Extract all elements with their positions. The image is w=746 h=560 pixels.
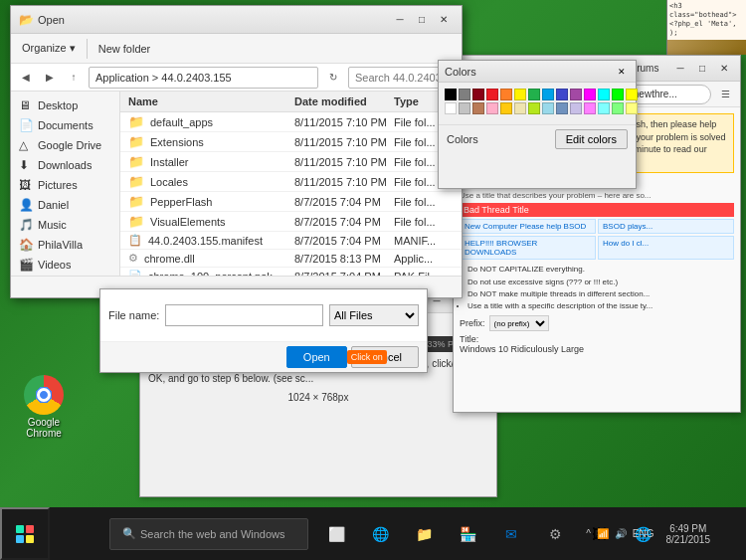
prefix-select[interactable]: (no prefix)	[489, 315, 549, 331]
new-folder-button[interactable]: New folder	[92, 37, 158, 61]
browser-close-button[interactable]: ✕	[714, 60, 734, 78]
browser-menu-button[interactable]: ☰	[714, 84, 736, 105]
color-swatch[interactable]	[528, 89, 540, 100]
show-desktop-button[interactable]	[718, 514, 738, 554]
up-button[interactable]: ↑	[63, 67, 85, 89]
colors-close-button[interactable]: ✕	[614, 65, 630, 79]
edit-colors-button[interactable]: Edit colors	[555, 129, 628, 149]
thumbnail-code: <h3 class="bothead"> <?php_el 'Meta', );	[667, 0, 746, 40]
user-icon: 👤	[19, 198, 33, 212]
sidebar-label-downloads: Downloads	[38, 159, 92, 171]
color-swatch[interactable]	[472, 89, 484, 100]
color-swatch[interactable]	[626, 102, 638, 114]
mail-button[interactable]: ✉	[491, 514, 531, 554]
color-swatch[interactable]	[514, 102, 526, 114]
table-row[interactable]: 📁Extensions 8/11/2015 7:10 PM File fol..…	[120, 132, 462, 152]
filename-input[interactable]	[165, 304, 323, 326]
browser-maximize-button[interactable]: □	[692, 60, 712, 78]
minimize-button[interactable]: ─	[390, 11, 410, 29]
sidebar-item-videos[interactable]: 🎬 Videos	[11, 255, 119, 275]
color-swatch[interactable]	[528, 102, 540, 114]
table-row[interactable]: 📁VisualElements 8/7/2015 7:04 PM File fo…	[120, 212, 462, 232]
color-swatch[interactable]	[570, 102, 582, 114]
chrome-icon-label: GoogleChrome	[26, 417, 62, 439]
color-swatch[interactable]	[445, 89, 457, 100]
colors-titlebar[interactable]: Colors ✕	[439, 61, 636, 83]
colors-label: Colors	[447, 133, 478, 145]
start-button[interactable]	[0, 507, 50, 560]
store-button[interactable]: 🏪	[448, 514, 487, 554]
rule-item: Use a title with a specific description …	[467, 300, 734, 311]
google-drive-icon: △	[19, 138, 33, 152]
table-row[interactable]: 📋44.0.2403.155.manifest 8/7/2015 7:04 PM…	[120, 232, 462, 250]
color-swatch[interactable]	[472, 102, 484, 114]
sidebar-item-daniel[interactable]: 👤 Daniel	[11, 195, 119, 215]
browser-minimize-button[interactable]: ─	[670, 60, 690, 78]
filetype-select[interactable]: All Files	[329, 304, 419, 326]
title-value: Windows 10 Ridiculously Large	[460, 344, 734, 354]
browser-window-controls: ─ □ ✕	[670, 60, 734, 78]
color-swatch[interactable]	[486, 89, 498, 100]
color-swatch[interactable]	[500, 89, 512, 100]
sidebar-item-philavilla[interactable]: 🏠 PhilaVilla	[11, 235, 119, 255]
file-explorer-taskbar-button[interactable]: 📁	[404, 514, 444, 554]
sidebar-item-desktop[interactable]: 🖥 Desktop	[11, 95, 119, 115]
table-row[interactable]: 📁PepperFlash 8/7/2015 7:04 PM File fol..…	[120, 192, 462, 212]
maximize-button[interactable]: □	[412, 11, 432, 29]
desktop-icon-sm: 🖥	[19, 98, 33, 112]
close-button[interactable]: ✕	[434, 11, 454, 29]
color-swatch[interactable]	[514, 89, 526, 100]
address-path[interactable]: Application > 44.0.2403.155	[89, 67, 318, 89]
table-row[interactable]: 📁default_apps 8/11/2015 7:10 PM File fol…	[120, 112, 462, 132]
color-swatch[interactable]	[584, 102, 596, 114]
task-view-button[interactable]: ⬜	[316, 514, 356, 554]
table-row[interactable]: ⚙chrome.dll 8/7/2015 8:13 PM Applic...	[120, 250, 462, 268]
sidebar-item-downloads[interactable]: ⬇ Downloads	[11, 155, 119, 175]
color-swatch[interactable]	[584, 89, 596, 100]
chrome-center	[37, 388, 51, 402]
color-swatch[interactable]	[445, 102, 457, 114]
color-swatch[interactable]	[626, 89, 638, 100]
color-swatch[interactable]	[500, 102, 512, 114]
color-swatch[interactable]	[459, 89, 470, 100]
sidebar-item-documents[interactable]: 📄 Documents	[11, 115, 119, 135]
pictures-icon: 🖼	[19, 178, 33, 192]
forward-button[interactable]: ▶	[39, 67, 61, 89]
color-swatch[interactable]	[542, 89, 554, 100]
taskbar-search-box[interactable]: 🔍 Search the web and Windows	[109, 518, 308, 550]
color-swatch[interactable]	[570, 89, 582, 100]
resolution-display-area: 1024 × 768px	[148, 392, 488, 403]
color-swatch[interactable]	[542, 102, 554, 114]
table-row[interactable]: 📄chrome_100_percent.pak 8/7/2015 7:04 PM…	[120, 268, 462, 276]
color-swatch[interactable]	[612, 89, 624, 100]
downloads-icon: ⬇	[19, 158, 33, 172]
refresh-button[interactable]: ↻	[322, 67, 344, 89]
color-grid	[439, 83, 636, 120]
color-swatch[interactable]	[556, 102, 568, 114]
organize-button[interactable]: Organize ▾	[15, 37, 83, 61]
color-swatch[interactable]	[598, 89, 610, 100]
philavilla-icon: 🏠	[19, 238, 33, 252]
sidebar-item-google-drive[interactable]: △ Google Drive	[11, 135, 119, 155]
taskbar-search-text: Search the web and Windows	[140, 528, 285, 540]
sidebar-item-pictures[interactable]: 🖼 Pictures	[11, 175, 119, 195]
file-explorer-titlebar[interactable]: 📂 Open ─ □ ✕	[11, 6, 462, 34]
color-swatch[interactable]	[459, 102, 470, 114]
window-controls: ─ □ ✕	[390, 11, 454, 29]
color-swatch[interactable]	[598, 102, 610, 114]
table-row[interactable]: 📁Installer 8/11/2015 7:10 PM File fol...	[120, 152, 462, 172]
color-swatch[interactable]	[556, 89, 568, 100]
settings-button[interactable]: ⚙	[535, 514, 575, 554]
sidebar-label-desktop: Desktop	[38, 99, 78, 111]
chrome-desktop-icon[interactable]: GoogleChrome	[20, 371, 68, 443]
clock[interactable]: 6:49 PM 8/21/2015	[666, 523, 711, 545]
ie-button[interactable]: 🌐	[360, 514, 400, 554]
color-swatch[interactable]	[612, 102, 624, 114]
tray-expand-button[interactable]: ^	[586, 528, 591, 539]
color-swatch[interactable]	[486, 102, 498, 114]
sidebar-item-music[interactable]: 🎵 Music	[11, 215, 119, 235]
open-button[interactable]: Open	[286, 346, 347, 368]
table-row[interactable]: 📁Locales 8/11/2015 7:10 PM File fol...	[120, 172, 462, 192]
file-sidebar: 🖥 Desktop 📄 Documents △ Google Drive ⬇ D…	[11, 92, 120, 276]
back-button[interactable]: ◀	[15, 67, 37, 89]
